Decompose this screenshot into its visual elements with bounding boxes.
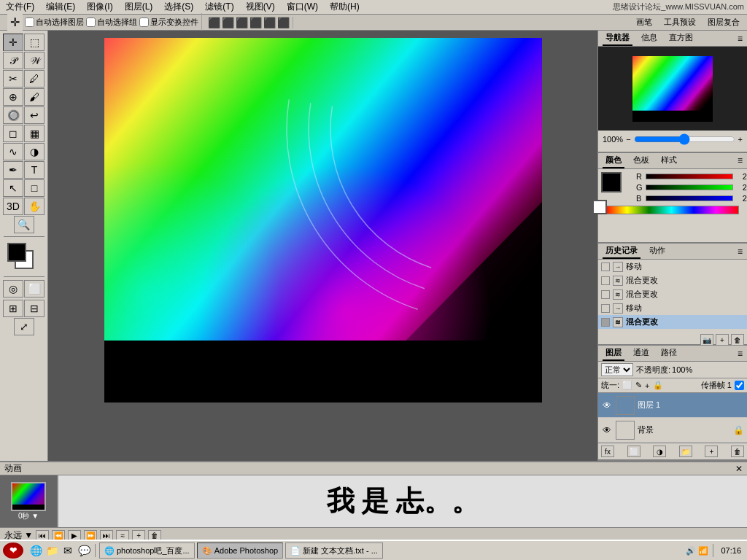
taskbar-text-btn[interactable]: 📄 新建 文本文档.txt - ... — [285, 542, 383, 559]
history-menu-icon[interactable]: ≡ — [738, 246, 743, 257]
taskbar-mail-icon[interactable]: ✉ — [61, 543, 75, 558]
tab-layer-comp[interactable]: 图层复合 — [705, 15, 743, 29]
history-delete-btn[interactable]: 🗑 — [731, 334, 744, 346]
history-snapshot-btn[interactable]: 📷 — [700, 334, 713, 346]
tab-color[interactable]: 颜色 — [603, 153, 624, 168]
tab-styles[interactable]: 样式 — [658, 153, 680, 168]
history-item-4[interactable]: ≋混合更改 — [598, 315, 747, 329]
align-top-icon[interactable]: ⬛ — [249, 17, 262, 28]
move-tool-btn[interactable]: ✛ — [7, 13, 23, 31]
tool-magic-wand[interactable]: 𝒲 — [24, 52, 44, 69]
layer-delete-btn[interactable]: 🗑 — [731, 446, 744, 457]
tool-brush[interactable]: 🖌 — [24, 88, 44, 106]
taskbar-folder-icon[interactable]: 📁 — [44, 543, 59, 558]
tool-text[interactable]: T — [24, 161, 44, 179]
menu-window[interactable]: 窗口(W) — [284, 0, 321, 14]
align-left-icon[interactable]: ⬛ — [208, 17, 220, 28]
zoom-slider[interactable] — [634, 133, 735, 145]
menu-layer[interactable]: 图层(L) — [122, 0, 156, 14]
align-center-icon[interactable]: ⬛ — [222, 17, 234, 28]
tool-pen[interactable]: ✒ — [3, 161, 23, 179]
tab-histogram[interactable]: 直方图 — [666, 31, 696, 46]
tool-extra3[interactable]: ⤢ — [14, 318, 34, 335]
layer-item-bg[interactable]: 👁 背景 🔒 — [598, 418, 747, 443]
tool-3d[interactable]: 3D — [3, 198, 23, 215]
taskbar-chat-icon[interactable]: 💬 — [77, 543, 91, 558]
propagate-checkbox[interactable] — [735, 381, 744, 390]
tool-extra2[interactable]: ⊟ — [24, 300, 44, 317]
history-new-btn[interactable]: + — [716, 334, 729, 346]
align-right-icon[interactable]: ⬛ — [236, 17, 248, 28]
start-button[interactable]: ❤ — [3, 542, 23, 559]
tool-zoom[interactable]: 🔍 — [14, 216, 34, 233]
layer-mask-btn[interactable]: ⬜ — [627, 446, 640, 457]
align-bottom-icon[interactable]: ⬛ — [263, 17, 276, 28]
layer-style-btn[interactable]: fx — [601, 446, 614, 457]
tool-hand[interactable]: ✋ — [24, 198, 44, 215]
tool-heal[interactable]: ⊕ — [3, 88, 23, 106]
tool-mask[interactable]: ◎ — [3, 280, 23, 298]
menu-view[interactable]: 视图(V) — [243, 0, 278, 14]
lock-icon2[interactable]: ✎ — [635, 381, 642, 390]
tab-paths[interactable]: 路径 — [658, 346, 680, 361]
tool-shape[interactable]: □ — [24, 179, 44, 197]
checkbox-transform[interactable]: 显示变换控件 — [139, 17, 198, 28]
tab-brush[interactable]: 画笔 — [633, 15, 655, 29]
tool-gradient[interactable]: ▦ — [24, 125, 44, 142]
distribute-icon[interactable]: ⬛ — [277, 17, 290, 28]
fg-swatch[interactable] — [601, 172, 622, 192]
tool-history-brush[interactable]: ↩ — [24, 106, 44, 124]
menu-filter[interactable]: 滤镜(T) — [202, 0, 236, 14]
taskbar-ie-icon[interactable]: 🌐 — [28, 543, 43, 558]
checkbox-auto-group[interactable]: 自动选择组 — [86, 17, 137, 28]
lock-icon3[interactable]: + — [645, 381, 649, 390]
g-slider-track[interactable] — [646, 184, 733, 190]
animation-close-icon[interactable]: ✕ — [735, 464, 743, 474]
checkbox-auto-layer[interactable]: 自动选择图层 — [25, 17, 84, 28]
zoom-minus-icon[interactable]: − — [626, 135, 630, 144]
layers-menu-icon[interactable]: ≡ — [738, 349, 743, 359]
menu-image[interactable]: 图像(I) — [84, 0, 115, 14]
tool-move[interactable]: ✛ — [3, 34, 23, 51]
navigator-menu-icon[interactable]: ≡ — [738, 34, 743, 44]
tab-history[interactable]: 历史记录 — [603, 244, 640, 259]
tool-eyedropper[interactable]: 🖊 — [24, 70, 44, 88]
lock-icon1[interactable]: ⬜ — [622, 381, 632, 390]
history-item-0[interactable]: →移动 — [598, 260, 747, 273]
tool-crop[interactable]: ✂ — [3, 70, 23, 88]
menu-edit[interactable]: 编辑(E) — [43, 0, 78, 14]
tab-navigator[interactable]: 导航器 — [603, 31, 632, 46]
color-spectrum[interactable] — [604, 206, 739, 214]
tab-layers[interactable]: 图层 — [603, 346, 624, 361]
tool-dodge[interactable]: ◑ — [24, 143, 44, 160]
layer-eye-bg[interactable]: 👁 — [601, 424, 613, 436]
tool-screen[interactable]: ⬜ — [24, 280, 44, 298]
taskbar-ps-btn[interactable]: 🎨 Adobe Photoshop — [197, 542, 283, 559]
layer-new-btn[interactable]: + — [705, 446, 718, 457]
taskbar-browser-btn[interactable]: 🌐 photoshop吧_百度... — [99, 542, 195, 559]
blend-mode-select[interactable]: 正常 — [601, 363, 633, 376]
tab-tools-preset[interactable]: 工具预设 — [661, 15, 699, 29]
menu-select[interactable]: 选择(S) — [161, 0, 196, 14]
menu-help[interactable]: 帮助(H) — [327, 0, 363, 14]
zoom-plus-icon[interactable]: + — [738, 135, 743, 144]
tool-blur[interactable]: ∿ — [3, 143, 23, 160]
tool-stamp[interactable]: 🔘 — [3, 106, 23, 124]
tool-extra1[interactable]: ⊞ — [3, 300, 23, 317]
tool-marquee[interactable]: ⬚ — [24, 34, 44, 51]
layer-eye-1[interactable]: 👁 — [601, 400, 613, 411]
history-item-3[interactable]: →移动 — [598, 301, 747, 315]
lock-icon4[interactable]: 🔒 — [653, 381, 663, 390]
tab-swatches[interactable]: 色板 — [630, 153, 652, 168]
tool-lasso[interactable]: 𝒫 — [3, 52, 23, 69]
layer-item-1[interactable]: 👁 图层 1 — [598, 393, 747, 418]
b-slider-track[interactable] — [646, 195, 733, 201]
bg-swatch[interactable] — [592, 200, 607, 214]
foreground-color[interactable] — [7, 243, 26, 262]
menu-file[interactable]: 文件(F) — [3, 0, 37, 14]
tab-info[interactable]: 信息 — [638, 31, 660, 46]
tool-eraser[interactable]: ◻ — [3, 125, 23, 142]
tab-channels[interactable]: 通道 — [630, 346, 652, 361]
layer-adjust-btn[interactable]: ◑ — [653, 446, 666, 457]
history-item-2[interactable]: ≋混合更改 — [598, 287, 747, 301]
